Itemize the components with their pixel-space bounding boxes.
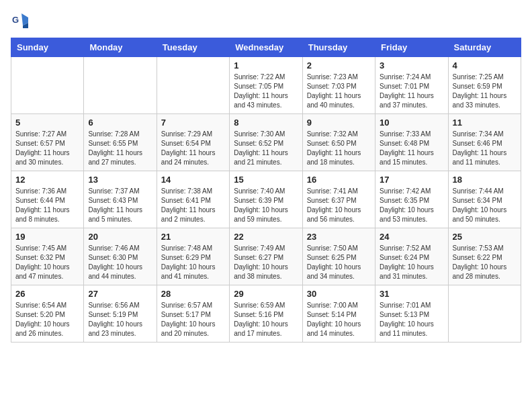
day-info: Sunrise: 7:50 AM Sunset: 6:25 PM Dayligh…: [307, 244, 371, 281]
day-number: 27: [88, 289, 152, 299]
calendar-week-5: 26Sunrise: 6:54 AM Sunset: 5:20 PM Dayli…: [11, 285, 521, 342]
calendar-table: SundayMondayTuesdayWednesdayThursdayFrid…: [11, 38, 521, 342]
day-number: 11: [453, 118, 517, 128]
day-info: Sunrise: 7:30 AM Sunset: 6:52 PM Dayligh…: [234, 130, 298, 167]
day-number: 31: [380, 289, 443, 299]
calendar-cell: 19Sunrise: 7:45 AM Sunset: 6:32 PM Dayli…: [11, 228, 84, 285]
day-info: Sunrise: 7:00 AM Sunset: 5:14 PM Dayligh…: [307, 301, 371, 338]
day-info: Sunrise: 7:49 AM Sunset: 6:27 PM Dayligh…: [234, 244, 298, 281]
day-info: Sunrise: 7:28 AM Sunset: 6:55 PM Dayligh…: [88, 130, 152, 167]
day-number: 12: [15, 175, 79, 185]
day-info: Sunrise: 6:59 AM Sunset: 5:16 PM Dayligh…: [234, 301, 298, 338]
day-number: 24: [380, 232, 443, 242]
day-number: 9: [307, 118, 371, 128]
day-number: 21: [161, 232, 225, 242]
calendar-cell: 12Sunrise: 7:36 AM Sunset: 6:44 PM Dayli…: [11, 171, 84, 228]
day-info: Sunrise: 7:52 AM Sunset: 6:24 PM Dayligh…: [380, 244, 443, 281]
day-number: 30: [307, 289, 371, 299]
calendar-cell: 29Sunrise: 6:59 AM Sunset: 5:16 PM Dayli…: [230, 285, 302, 342]
calendar-cell: 28Sunrise: 6:57 AM Sunset: 5:17 PM Dayli…: [157, 285, 229, 342]
day-number: 15: [234, 175, 298, 185]
calendar-cell: 31Sunrise: 7:01 AM Sunset: 5:13 PM Dayli…: [375, 285, 448, 342]
calendar-week-2: 5Sunrise: 7:27 AM Sunset: 6:57 PM Daylig…: [11, 114, 521, 171]
day-header-saturday: Saturday: [448, 38, 521, 57]
calendar-cell: 25Sunrise: 7:53 AM Sunset: 6:22 PM Dayli…: [448, 228, 521, 285]
calendar-cell: 27Sunrise: 6:56 AM Sunset: 5:19 PM Dayli…: [84, 285, 157, 342]
calendar-cell: 3Sunrise: 7:24 AM Sunset: 7:01 PM Daylig…: [375, 57, 448, 114]
calendar-cell: 6Sunrise: 7:28 AM Sunset: 6:55 PM Daylig…: [84, 114, 157, 171]
page-header: G: [11, 11, 521, 30]
day-number: 5: [15, 118, 79, 128]
day-info: Sunrise: 7:22 AM Sunset: 7:05 PM Dayligh…: [234, 73, 298, 110]
calendar-cell: 23Sunrise: 7:50 AM Sunset: 6:25 PM Dayli…: [302, 228, 375, 285]
calendar-cell: 5Sunrise: 7:27 AM Sunset: 6:57 PM Daylig…: [11, 114, 84, 171]
day-info: Sunrise: 7:36 AM Sunset: 6:44 PM Dayligh…: [15, 187, 79, 224]
day-number: 26: [15, 289, 79, 299]
day-info: Sunrise: 7:24 AM Sunset: 7:01 PM Dayligh…: [380, 73, 443, 110]
calendar-cell: 20Sunrise: 7:46 AM Sunset: 6:30 PM Dayli…: [84, 228, 157, 285]
day-info: Sunrise: 7:53 AM Sunset: 6:22 PM Dayligh…: [453, 244, 517, 281]
calendar-cell: 4Sunrise: 7:25 AM Sunset: 6:59 PM Daylig…: [448, 57, 521, 114]
day-header-thursday: Thursday: [302, 38, 375, 57]
day-number: 7: [161, 118, 225, 128]
day-info: Sunrise: 7:01 AM Sunset: 5:13 PM Dayligh…: [380, 301, 443, 338]
day-info: Sunrise: 6:57 AM Sunset: 5:17 PM Dayligh…: [161, 301, 225, 338]
day-info: Sunrise: 7:23 AM Sunset: 7:03 PM Dayligh…: [307, 73, 371, 110]
day-number: 16: [307, 175, 371, 185]
calendar-week-4: 19Sunrise: 7:45 AM Sunset: 6:32 PM Dayli…: [11, 228, 521, 285]
day-number: 8: [234, 118, 298, 128]
calendar-cell: [11, 57, 84, 114]
svg-text:G: G: [12, 15, 19, 25]
day-info: Sunrise: 7:42 AM Sunset: 6:35 PM Dayligh…: [380, 187, 443, 224]
day-number: 28: [161, 289, 225, 299]
day-number: 1: [234, 60, 298, 71]
day-number: 6: [88, 118, 152, 128]
calendar-cell: 15Sunrise: 7:40 AM Sunset: 6:39 PM Dayli…: [230, 171, 302, 228]
calendar-cell: 8Sunrise: 7:30 AM Sunset: 6:52 PM Daylig…: [230, 114, 302, 171]
day-info: Sunrise: 6:54 AM Sunset: 5:20 PM Dayligh…: [15, 301, 79, 338]
day-number: 13: [88, 175, 152, 185]
day-info: Sunrise: 7:41 AM Sunset: 6:37 PM Dayligh…: [307, 187, 371, 224]
day-number: 4: [453, 60, 517, 71]
day-info: Sunrise: 7:25 AM Sunset: 6:59 PM Dayligh…: [453, 73, 517, 110]
day-number: 19: [15, 232, 79, 242]
day-number: 20: [88, 232, 152, 242]
calendar-cell: 13Sunrise: 7:37 AM Sunset: 6:43 PM Dayli…: [84, 171, 157, 228]
calendar-cell: 18Sunrise: 7:44 AM Sunset: 6:34 PM Dayli…: [448, 171, 521, 228]
day-info: Sunrise: 6:56 AM Sunset: 5:19 PM Dayligh…: [88, 301, 152, 338]
logo: G: [11, 11, 32, 30]
calendar-cell: 30Sunrise: 7:00 AM Sunset: 5:14 PM Dayli…: [302, 285, 375, 342]
calendar-cell: [84, 57, 157, 114]
day-info: Sunrise: 7:48 AM Sunset: 6:29 PM Dayligh…: [161, 244, 225, 281]
calendar-cell: 11Sunrise: 7:34 AM Sunset: 6:46 PM Dayli…: [448, 114, 521, 171]
day-info: Sunrise: 7:46 AM Sunset: 6:30 PM Dayligh…: [88, 244, 152, 281]
day-number: 14: [161, 175, 225, 185]
day-number: 25: [453, 232, 517, 242]
day-number: 3: [380, 60, 443, 71]
day-number: 23: [307, 232, 371, 242]
day-number: 18: [453, 175, 517, 185]
calendar-cell: 10Sunrise: 7:33 AM Sunset: 6:48 PM Dayli…: [375, 114, 448, 171]
calendar-cell: 21Sunrise: 7:48 AM Sunset: 6:29 PM Dayli…: [157, 228, 229, 285]
calendar-cell: 2Sunrise: 7:23 AM Sunset: 7:03 PM Daylig…: [302, 57, 375, 114]
calendar-cell: [448, 285, 521, 342]
calendar-week-3: 12Sunrise: 7:36 AM Sunset: 6:44 PM Dayli…: [11, 171, 521, 228]
calendar-cell: 26Sunrise: 6:54 AM Sunset: 5:20 PM Dayli…: [11, 285, 84, 342]
day-header-wednesday: Wednesday: [230, 38, 302, 57]
calendar-cell: 22Sunrise: 7:49 AM Sunset: 6:27 PM Dayli…: [230, 228, 302, 285]
calendar-cell: 14Sunrise: 7:38 AM Sunset: 6:41 PM Dayli…: [157, 171, 229, 228]
calendar-week-1: 1Sunrise: 7:22 AM Sunset: 7:05 PM Daylig…: [11, 57, 521, 114]
day-info: Sunrise: 7:37 AM Sunset: 6:43 PM Dayligh…: [88, 187, 152, 224]
day-info: Sunrise: 7:45 AM Sunset: 6:32 PM Dayligh…: [15, 244, 79, 281]
day-info: Sunrise: 7:29 AM Sunset: 6:54 PM Dayligh…: [161, 130, 225, 167]
day-number: 2: [307, 60, 371, 71]
day-info: Sunrise: 7:33 AM Sunset: 6:48 PM Dayligh…: [380, 130, 443, 167]
day-header-monday: Monday: [84, 38, 157, 57]
day-header-friday: Friday: [375, 38, 448, 57]
day-number: 10: [380, 118, 443, 128]
day-info: Sunrise: 7:27 AM Sunset: 6:57 PM Dayligh…: [15, 130, 79, 167]
day-info: Sunrise: 7:38 AM Sunset: 6:41 PM Dayligh…: [161, 187, 225, 224]
calendar-cell: [157, 57, 229, 114]
day-info: Sunrise: 7:34 AM Sunset: 6:46 PM Dayligh…: [453, 130, 517, 167]
day-header-tuesday: Tuesday: [157, 38, 229, 57]
